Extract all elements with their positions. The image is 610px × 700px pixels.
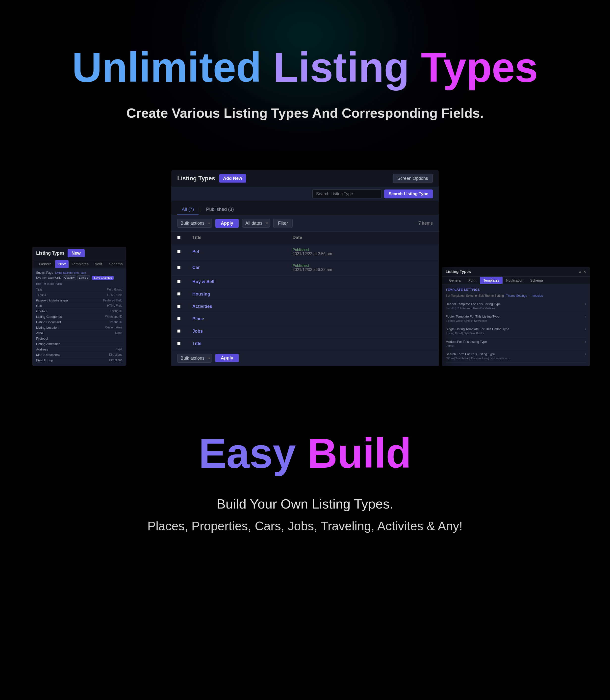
right-tab-form[interactable]: Form	[465, 277, 480, 284]
apply-button-top[interactable]: Apply	[215, 219, 239, 228]
main-panel: Listing Types Add New Screen Options Sea…	[171, 170, 439, 366]
left-panel-header: Listing Types New	[32, 247, 126, 260]
row-title-title: Title	[187, 337, 287, 350]
right-tab-templates[interactable]: Templates	[480, 277, 502, 284]
left-panel-title: Listing Types	[36, 251, 65, 256]
left-settings-info: Submit Page Living Search Form Page Live…	[36, 271, 122, 280]
right-theme-settings-link[interactable]: | Theme Settings → modules	[504, 294, 543, 297]
right-panel-header: Listing Types ∧ ✕	[442, 267, 590, 277]
left-panel-body: Submit Page Living Search Form Page Live…	[32, 268, 126, 366]
main-panel-title: Listing Types	[177, 175, 215, 182]
date-filter-select[interactable]: All dates	[242, 219, 270, 228]
screen-options-button[interactable]: Screen Options	[392, 174, 433, 183]
right-panel-close[interactable]: ✕	[583, 270, 586, 274]
left-save-button[interactable]: Save Changes	[92, 276, 114, 280]
bottom-bulk-actions-select[interactable]: Bulk actions	[177, 354, 212, 363]
add-new-button[interactable]: Add New	[219, 174, 246, 183]
left-tab-schema[interactable]: Schema	[106, 260, 126, 268]
main-panel-search: Search Listing Type	[171, 187, 439, 201]
row-date-car: Published 2021/12/03 at 6:32 am	[287, 260, 439, 276]
row-title-activities: Activities	[187, 300, 287, 313]
row-date-activities	[287, 300, 439, 313]
row-title-housing: Housing	[187, 288, 287, 300]
right-arrow-4: ›	[585, 340, 586, 344]
table-row: Title	[171, 337, 439, 350]
row-checkbox[interactable]	[177, 266, 180, 269]
bottom-bulk-actions-wrapper: Bulk actions	[177, 354, 212, 363]
row-date-housing	[287, 288, 439, 300]
row-date-title	[287, 337, 439, 350]
row-date-jobs	[287, 325, 439, 337]
right-panel-tabs: General Form Templates Notification Sche…	[442, 277, 590, 284]
row-checkbox[interactable]	[177, 305, 180, 308]
right-setting-search-form: Search Form For This Listing Type 000 — …	[446, 350, 586, 363]
left-field-map: Map (Directions) Directions	[36, 352, 122, 358]
row-title-car: Car	[187, 260, 287, 276]
main-panel-tabs: All (7) | Published (3)	[171, 201, 439, 215]
table-row: Buy & Sell	[171, 276, 439, 288]
left-tab-new[interactable]: New	[55, 260, 68, 268]
row-checkbox[interactable]	[177, 250, 180, 253]
apply-button-bottom[interactable]: Apply	[215, 354, 239, 362]
right-setting-header-template: Header Template For This Listing Type [H…	[446, 300, 586, 313]
main-panel-toolbar: Bulk actions Apply All dates Filter 7 it…	[171, 215, 439, 232]
table-row: Place	[171, 313, 439, 325]
left-tab-notification[interactable]: Notif.	[92, 260, 106, 268]
row-title-buy-sell: Buy & Sell	[187, 276, 287, 288]
left-field-password: Password & Media Images Featured Field	[36, 298, 122, 303]
left-field-builder-label: FIELD BUILDER	[36, 282, 122, 286]
right-tab-notification[interactable]: Notification	[502, 277, 527, 284]
bulk-actions-select[interactable]: Bulk actions	[177, 219, 212, 228]
row-checkbox[interactable]	[177, 342, 180, 345]
right-setting-single-listing: Single Listing Template For This Listing…	[446, 325, 586, 338]
left-field-document: Listing Document Phone ID	[36, 320, 122, 325]
left-tab-general[interactable]: General	[36, 260, 55, 268]
left-field-protocol: Protocol	[36, 336, 122, 341]
right-section-subtitle: Set Templates, Select or Edit Theme Sett…	[446, 294, 586, 297]
row-checkbox[interactable]	[177, 329, 180, 333]
date-filter-wrapper: All dates	[242, 219, 270, 228]
right-tab-schema[interactable]: Schema	[527, 277, 546, 284]
table-header-row: Title Date	[171, 232, 439, 244]
hero-title: Unlimited Listing Types	[20, 45, 590, 90]
right-arrow-3: ›	[585, 327, 586, 331]
left-add-new-button[interactable]: New	[68, 249, 85, 258]
right-tab-general[interactable]: General	[446, 277, 465, 284]
right-panel-title: Listing Types	[446, 269, 471, 274]
row-checkbox[interactable]	[177, 292, 180, 296]
hero-word-types: Types	[421, 44, 538, 91]
right-arrow-2: ›	[585, 314, 586, 318]
row-date-place	[287, 313, 439, 325]
row-date-buy-sell	[287, 276, 439, 288]
search-input[interactable]	[312, 189, 382, 198]
easy-build-section: Easy Build Build Your Own Listing Types.…	[0, 386, 610, 563]
row-checkbox[interactable]	[177, 280, 180, 283]
right-arrow-1: ›	[585, 302, 586, 306]
row-checkbox[interactable]	[177, 317, 180, 320]
left-field-address: Address Type	[36, 347, 122, 352]
easy-word-easy: Easy	[199, 430, 296, 477]
filter-button[interactable]: Filter	[273, 219, 293, 228]
right-setting-module: Module For This Listing Type Default ›	[446, 338, 586, 350]
th-date: Date	[287, 232, 439, 244]
left-panel: Listing Types New General New Templates …	[32, 247, 126, 366]
left-panel-tabs: General New Templates Notif. Schema	[32, 260, 126, 268]
screenshots-section: Listing Types New General New Templates …	[0, 150, 610, 386]
tab-all[interactable]: All (7)	[177, 204, 198, 215]
right-section-title: TEMPLATE SETTINGS	[446, 288, 586, 292]
hero-word-listing: Listing	[273, 44, 410, 91]
left-field-location: Listing Location Custom Area	[36, 325, 122, 330]
left-tab-templates[interactable]: Templates	[68, 260, 91, 268]
table-row: Housing	[171, 288, 439, 300]
search-listing-button[interactable]: Search Listing Type	[384, 189, 433, 198]
select-all-checkbox[interactable]	[177, 236, 180, 239]
table-row: Activities	[171, 300, 439, 313]
left-field-contact: Contact Listing ID	[36, 309, 122, 314]
tab-published[interactable]: Published (3)	[202, 204, 238, 215]
left-field-group: Field Group Directions	[36, 358, 122, 363]
left-field-call: Call HTML Field	[36, 303, 122, 309]
row-title-jobs: Jobs	[187, 325, 287, 337]
right-panel-expand[interactable]: ∧	[579, 270, 581, 274]
right-setting-footer-template: Footer Template For This Listing Type [F…	[446, 312, 586, 325]
row-title-pet: Pet	[187, 244, 287, 260]
